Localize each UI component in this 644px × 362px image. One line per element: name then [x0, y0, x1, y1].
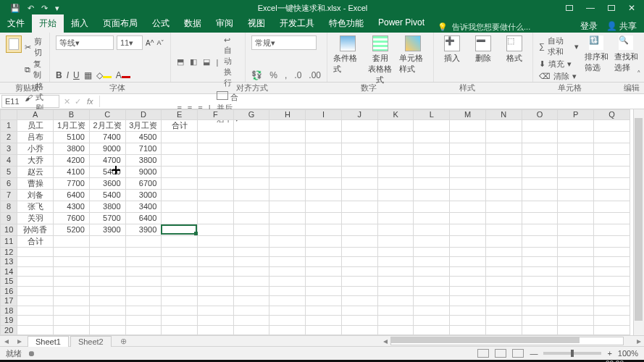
fx-icon[interactable]: fx: [87, 97, 93, 106]
cell-E12[interactable]: [162, 247, 198, 257]
cell-C7[interactable]: 5400: [89, 189, 125, 201]
cell-J2[interactable]: [341, 131, 377, 143]
cell-C16[interactable]: [89, 286, 125, 296]
cell-K21[interactable]: [377, 335, 414, 336]
cell-J21[interactable]: [341, 335, 377, 336]
share-button[interactable]: 👤 共享: [606, 20, 637, 33]
align-bottom-icon[interactable]: ⬓: [203, 57, 210, 67]
cell-N21[interactable]: [485, 335, 522, 336]
cell-Q16[interactable]: [594, 286, 630, 296]
horizontal-scrollbar[interactable]: [390, 337, 624, 345]
cell-N15[interactable]: [485, 277, 522, 287]
ribbon-tab-0[interactable]: 文件: [0, 14, 32, 33]
cell-N5[interactable]: [485, 166, 522, 177]
col-header-B[interactable]: B: [54, 110, 90, 120]
cell-B4[interactable]: 4200: [54, 154, 90, 166]
row-header-8[interactable]: 8: [1, 201, 17, 212]
cell-J17[interactable]: [341, 296, 377, 306]
cell-Q18[interactable]: [594, 306, 630, 316]
cell-K17[interactable]: [377, 296, 414, 306]
cell-Q5[interactable]: [594, 166, 630, 177]
cell-B11[interactable]: [54, 235, 90, 247]
cell-P17[interactable]: [558, 296, 594, 306]
collapse-ribbon-icon[interactable]: ˄: [637, 70, 641, 79]
cell-H18[interactable]: [269, 306, 306, 316]
cell-K7[interactable]: [377, 189, 414, 201]
number-format-select[interactable]: 常规 ▾: [251, 35, 317, 50]
row-header-17[interactable]: 17: [1, 296, 17, 306]
cell-M2[interactable]: [450, 131, 486, 143]
cell-I2[interactable]: [306, 131, 342, 143]
delete-cells-button[interactable]: ➖删除: [471, 35, 496, 79]
ribbon-tab-3[interactable]: 页面布局: [96, 14, 145, 33]
cell-D10[interactable]: 3900: [125, 224, 162, 235]
cell-P7[interactable]: [558, 189, 594, 201]
grid[interactable]: ABCDEFGHIJKLMNOPQ1员工1月工资2月工资3月工资合计2吕布510…: [0, 109, 630, 335]
cell-N11[interactable]: [485, 235, 522, 247]
cell-G5[interactable]: [233, 166, 269, 177]
cell-E17[interactable]: [162, 296, 198, 306]
fill-button[interactable]: ⬇填充 ▾: [539, 59, 579, 70]
row-header-3[interactable]: 3: [1, 143, 17, 154]
cell-H6[interactable]: [269, 177, 306, 189]
cell-I20[interactable]: [306, 325, 342, 335]
row-header-9[interactable]: 9: [1, 212, 17, 224]
cell-G19[interactable]: [233, 316, 269, 326]
cell-M18[interactable]: [450, 306, 486, 316]
cell-O6[interactable]: [522, 177, 558, 189]
cell-O16[interactable]: [522, 286, 558, 296]
cell-O3[interactable]: [522, 143, 558, 154]
cell-J19[interactable]: [341, 316, 377, 326]
cell-Q9[interactable]: [594, 212, 630, 224]
tell-me[interactable]: 💡 告诉我您想要做什么...: [432, 22, 580, 33]
cell-B1[interactable]: 1月工资: [54, 119, 90, 131]
cell-C19[interactable]: [89, 316, 125, 326]
cell-N13[interactable]: [485, 257, 522, 267]
cell-B15[interactable]: [54, 277, 90, 287]
cell-G17[interactable]: [233, 296, 269, 306]
cell-F11[interactable]: [198, 235, 234, 247]
cell-I11[interactable]: [306, 235, 342, 247]
cell-D11[interactable]: [125, 235, 162, 247]
cell-E10[interactable]: [162, 224, 198, 235]
autosum-button[interactable]: ∑自动求和 ▾: [539, 35, 579, 57]
cell-A1[interactable]: 员工: [17, 119, 54, 131]
cell-D12[interactable]: [125, 247, 162, 257]
close-icon[interactable]: ✕: [628, 3, 635, 13]
cell-G16[interactable]: [233, 286, 269, 296]
format-as-table-button[interactable]: 套用 表格格式: [366, 35, 394, 85]
cell-I4[interactable]: [306, 154, 342, 166]
cell-G12[interactable]: [233, 247, 269, 257]
cell-O7[interactable]: [522, 189, 558, 201]
ribbon-tab-9[interactable]: 特色功能: [322, 14, 371, 33]
cell-D7[interactable]: 3000: [125, 189, 162, 201]
cell-F9[interactable]: [198, 212, 234, 224]
cell-K18[interactable]: [377, 306, 414, 316]
cell-Q21[interactable]: [594, 335, 630, 336]
cell-O18[interactable]: [522, 306, 558, 316]
cell-N10[interactable]: [485, 224, 522, 235]
cell-J3[interactable]: [341, 143, 377, 154]
ribbon-tab-6[interactable]: 审阅: [209, 14, 241, 33]
cell-B16[interactable]: [54, 286, 90, 296]
cell-A11[interactable]: 合计: [17, 235, 54, 247]
cancel-formula-icon[interactable]: ✕: [64, 97, 70, 106]
accounting-icon[interactable]: 💱: [251, 70, 262, 80]
cell-J15[interactable]: [341, 277, 377, 287]
cell-D13[interactable]: [125, 257, 162, 267]
cell-G11[interactable]: [233, 235, 269, 247]
cell-E9[interactable]: [162, 212, 198, 224]
cell-L13[interactable]: [414, 257, 450, 267]
sheet-tab-Sheet1[interactable]: Sheet1: [28, 336, 69, 347]
row-header-7[interactable]: 7: [1, 189, 17, 201]
cell-I6[interactable]: [306, 177, 342, 189]
cell-P21[interactable]: [558, 335, 594, 336]
cell-L14[interactable]: [414, 266, 450, 277]
cell-C3[interactable]: 9000: [89, 143, 125, 154]
sort-filter-button[interactable]: 🔃排序和筛选: [585, 35, 609, 79]
cell-I12[interactable]: [306, 247, 342, 257]
cell-K2[interactable]: [377, 131, 414, 143]
cell-L20[interactable]: [414, 325, 450, 335]
cell-I18[interactable]: [306, 306, 342, 316]
cell-D4[interactable]: 3800: [125, 154, 162, 166]
